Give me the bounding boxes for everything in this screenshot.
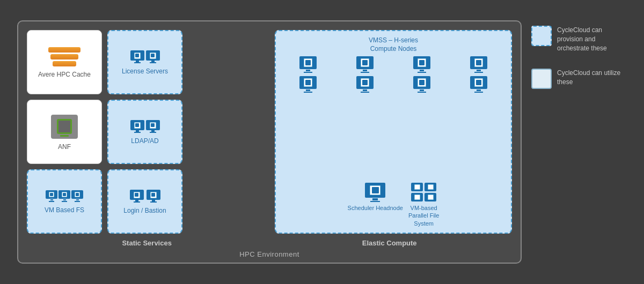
compute-node (395, 76, 449, 93)
ldap-label: LDAP/AD (131, 137, 158, 146)
legend-provision-box (531, 26, 552, 46)
anf-label: ANF (58, 143, 71, 152)
static-services-label: Static Services (122, 239, 172, 247)
anf-icon (51, 115, 78, 139)
compute-node (281, 76, 335, 93)
ldap-icon (130, 120, 160, 133)
compute-node (452, 56, 506, 73)
elastic-compute-label: Elastic Compute (362, 239, 417, 247)
avere-icon (48, 47, 80, 66)
compute-node (281, 56, 335, 73)
compute-node (452, 76, 506, 93)
login-bastion-card: Login / Bastion (107, 169, 182, 234)
section-labels: Static Services Elastic Compute (27, 239, 512, 247)
elastic-bottom-row: Scheduler Headnode (281, 183, 506, 227)
license-icon (130, 50, 160, 63)
parallel-fs-label: VM-basedParallel FileSystem (408, 204, 439, 227)
scheduler-label: Scheduler Headnode (348, 205, 403, 211)
license-label: License Servers (122, 68, 168, 76)
scheduler-headnode: Scheduler Headnode (348, 183, 403, 227)
hpc-environment-box: Avere HPC Cache (17, 20, 522, 264)
static-services-section: Avere HPC Cache (27, 30, 268, 234)
vmss-label: VMSS – H-seriesCompute Nodes (281, 36, 506, 53)
vm-fs-label: VM Based FS (45, 206, 84, 215)
parallel-fs: VM-basedParallel FileSystem (408, 183, 439, 227)
login-bastion-label: Login / Bastion (123, 207, 166, 215)
compute-node (338, 56, 392, 73)
static-services-row-1: Avere HPC Cache (27, 30, 268, 94)
compute-node (338, 76, 392, 93)
compute-nodes-grid (281, 56, 506, 93)
avere-hpc-cache-card: Avere HPC Cache (27, 30, 102, 94)
legend: CycleCloud can provision and orchestrate… (531, 20, 627, 89)
legend-utilize: CycleCloud can utilize these (531, 69, 627, 89)
vm-fs-icon (46, 190, 83, 202)
login-bastion-icon (130, 190, 160, 203)
elastic-compute-section: VMSS – H-seriesCompute Nodes (275, 30, 512, 234)
legend-provision: CycleCloud can provision and orchestrate… (531, 26, 627, 53)
avere-label: Avere HPC Cache (38, 71, 91, 79)
anf-card: ANF (27, 100, 102, 164)
page-wrapper: Avere HPC Cache (6, 15, 638, 269)
license-servers-card: License Servers (107, 30, 182, 94)
compute-node (395, 56, 449, 73)
ldap-card: LDAP/AD (107, 100, 182, 164)
hpc-environment-label: HPC Environment (27, 250, 512, 258)
static-services-row-2: ANF (27, 100, 268, 164)
legend-utilize-box (531, 69, 552, 89)
static-services-row-3: VM Based FS (27, 169, 268, 234)
vm-fs-card: VM Based FS (27, 169, 102, 234)
legend-utilize-text: CycleCloud can utilize these (557, 69, 627, 87)
legend-provision-text: CycleCloud can provision and orchestrate… (557, 26, 627, 53)
